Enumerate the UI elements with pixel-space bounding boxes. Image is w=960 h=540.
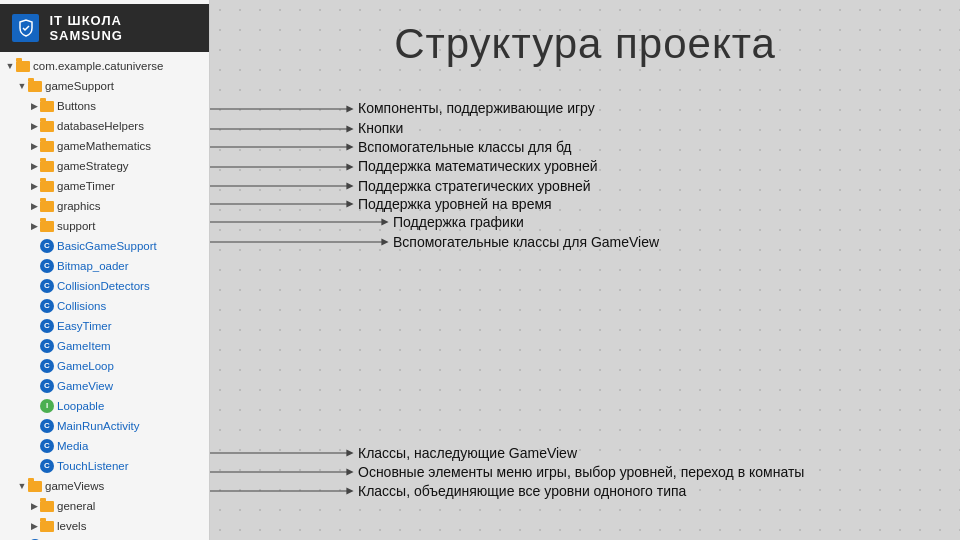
label-TouchListener: TouchListener xyxy=(57,457,129,475)
label-MainRunActivity: MainRunActivity xyxy=(57,417,139,435)
label-general: general xyxy=(57,497,95,515)
label-GameItem: GameItem xyxy=(57,337,111,355)
annotation-math: Поддержка математических уровней xyxy=(358,158,598,174)
toggle-gameViews[interactable]: ▼ xyxy=(16,477,28,495)
label-gameStrategy: gameStrategy xyxy=(57,157,129,175)
toggle-gameMathematics[interactable]: ▶ xyxy=(28,137,40,155)
tree-item-Media[interactable]: C Media xyxy=(0,436,209,456)
header-bar: IT ШКОЛА SAMSUNG xyxy=(0,4,209,52)
toggle-levels[interactable]: ▶ xyxy=(28,517,40,535)
annotation-strategy: Поддержка стратегических уровней xyxy=(358,178,591,194)
tree-item-GameItem[interactable]: C GameItem xyxy=(0,336,209,356)
label-Media: Media xyxy=(57,437,88,455)
tree-item-support[interactable]: ▶ support xyxy=(0,216,209,236)
annotation-buttons: Кнопки xyxy=(358,120,403,136)
label-GameView: GameView xyxy=(57,377,113,395)
tree-item-levels[interactable]: ▶ levels xyxy=(0,516,209,536)
label-gameTimer: gameTimer xyxy=(57,177,115,195)
tree-item-general[interactable]: ▶ general xyxy=(0,496,209,516)
class-icon-MainRunActivity: C xyxy=(40,419,54,433)
tree-item-gameSupport[interactable]: ▼ gameSupport xyxy=(0,76,209,96)
tree-item-TouchListener[interactable]: C TouchListener xyxy=(0,456,209,476)
folder-icon-gameSupport xyxy=(28,81,42,92)
folder-icon-Buttons xyxy=(40,101,54,112)
tree-item-gameTimer[interactable]: ▶ gameTimer xyxy=(0,176,209,196)
tree-item-Collisions[interactable]: C Collisions xyxy=(0,296,209,316)
annotation-gameViews: Классы, наследующие GameView xyxy=(358,445,577,461)
annotation-levels: Классы, объединяющие все уровни одноного… xyxy=(358,483,686,499)
tree-item-EasyTimer[interactable]: C EasyTimer xyxy=(0,316,209,336)
folder-icon-gameStrategy xyxy=(40,161,54,172)
content-panel: Структура проекта xyxy=(210,0,960,540)
label-levels: levels xyxy=(57,517,86,535)
toggle-databaseHelpers[interactable]: ▶ xyxy=(28,117,40,135)
tree-item-graphics[interactable]: ▶ graphics xyxy=(0,196,209,216)
annotation-graphics: Поддержка графики xyxy=(393,214,524,230)
tree-item-BasicGameSupport[interactable]: C BasicGameSupport xyxy=(0,236,209,256)
folder-icon-databaseHelpers xyxy=(40,121,54,132)
folder-icon-levels xyxy=(40,521,54,532)
file-tree-panel: IT ШКОЛА SAMSUNG ▼ com.example.catuniver… xyxy=(0,0,210,540)
label-support: support xyxy=(57,217,95,235)
class-icon-GameItem: C xyxy=(40,339,54,353)
label-gameViews: gameViews xyxy=(45,477,104,495)
toggle-general[interactable]: ▶ xyxy=(28,497,40,515)
page-title: Структура проекта xyxy=(210,0,960,78)
toggle-gameStrategy[interactable]: ▶ xyxy=(28,157,40,175)
tree-item-MainRunActivity[interactable]: C MainRunActivity xyxy=(0,416,209,436)
label-BasicGameSupport: BasicGameSupport xyxy=(57,237,157,255)
folder-icon-gameViews xyxy=(28,481,42,492)
root-toggle[interactable]: ▼ xyxy=(4,57,16,75)
folder-icon-general xyxy=(40,501,54,512)
toggle-Buttons[interactable]: ▶ xyxy=(28,97,40,115)
tree-item-Bitmap_oader[interactable]: C Bitmap_oader xyxy=(0,256,209,276)
label-Loopable: Loopable xyxy=(57,397,104,415)
class-icon-Loopable: I xyxy=(40,399,54,413)
label-gameMathematics: gameMathematics xyxy=(57,137,151,155)
label-Bitmap_oader: Bitmap_oader xyxy=(57,257,129,275)
class-icon-CollisionDetectors: C xyxy=(40,279,54,293)
tree-item-CollisionDetectors[interactable]: C CollisionDetectors xyxy=(0,276,209,296)
tree-item-GameView[interactable]: C GameView xyxy=(0,376,209,396)
root-label: com.example.catuniverse xyxy=(33,57,163,75)
label-EasyTimer: EasyTimer xyxy=(57,317,112,335)
label-databaseHelpers: databaseHelpers xyxy=(57,117,144,135)
tree-item-gameMathematics[interactable]: ▶ gameMathematics xyxy=(0,136,209,156)
class-icon-GameView: C xyxy=(40,379,54,393)
annotation-support: Вспомогательные классы для GameView xyxy=(393,234,659,250)
label-graphics: graphics xyxy=(57,197,100,215)
tree-item-Loopable[interactable]: I Loopable xyxy=(0,396,209,416)
class-icon-Collisions: C xyxy=(40,299,54,313)
class-icon-Media: C xyxy=(40,439,54,453)
class-icon-Bitmap_oader: C xyxy=(40,259,54,273)
folder-icon-support xyxy=(40,221,54,232)
tree-item-GameLoop[interactable]: C GameLoop xyxy=(0,356,209,376)
label-GameLoop: GameLoop xyxy=(57,357,114,375)
folder-icon-graphics xyxy=(40,201,54,212)
toggle-support[interactable]: ▶ xyxy=(28,217,40,235)
toggle-gameSupport[interactable]: ▼ xyxy=(16,77,28,95)
toggle-graphics[interactable]: ▶ xyxy=(28,197,40,215)
tree-root[interactable]: ▼ com.example.catuniverse xyxy=(0,56,209,76)
annotation-gameSupport: Компоненты, поддерживающие игру xyxy=(358,100,595,116)
annotation-timer: Поддержка уровней на время xyxy=(358,196,552,212)
tree-item-gameViews[interactable]: ▼ gameViews xyxy=(0,476,209,496)
folder-icon-gameMathematics xyxy=(40,141,54,152)
annotation-database: Вспомогательные классы для бд xyxy=(358,139,571,155)
tree-item-gameStrategy[interactable]: ▶ gameStrategy xyxy=(0,156,209,176)
label-CollisionDetectors: CollisionDetectors xyxy=(57,277,150,295)
tree-item-databaseHelpers[interactable]: ▶ databaseHelpers xyxy=(0,116,209,136)
tree-item-Buttons[interactable]: ▶ Buttons xyxy=(0,96,209,116)
tree-item-MainActivity[interactable]: C MainActivity xyxy=(0,536,209,540)
toggle-gameTimer[interactable]: ▶ xyxy=(28,177,40,195)
logo-text: IT ШКОЛА SAMSUNG xyxy=(49,13,197,43)
annotation-lines-svg xyxy=(210,78,960,528)
label-gameSupport: gameSupport xyxy=(45,77,114,95)
folder-icon xyxy=(16,61,30,72)
label-Collisions: Collisions xyxy=(57,297,106,315)
annotation-general: Основные элементы меню игры, выбор уровн… xyxy=(358,464,804,480)
project-tree[interactable]: ▼ com.example.catuniverse ▼ gameSupport … xyxy=(0,52,209,540)
class-icon-GameLoop: C xyxy=(40,359,54,373)
class-icon-TouchListener: C xyxy=(40,459,54,473)
logo-icon xyxy=(12,14,39,42)
